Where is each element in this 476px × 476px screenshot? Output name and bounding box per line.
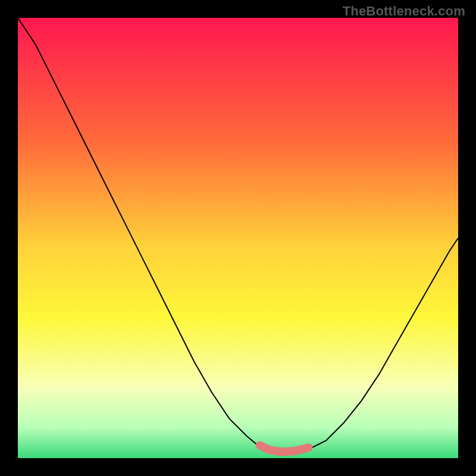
gradient-background bbox=[18, 18, 458, 458]
chart-frame: { "watermark": "TheBottleneck.com", "col… bbox=[0, 0, 476, 476]
bottleneck-chart bbox=[0, 0, 476, 476]
